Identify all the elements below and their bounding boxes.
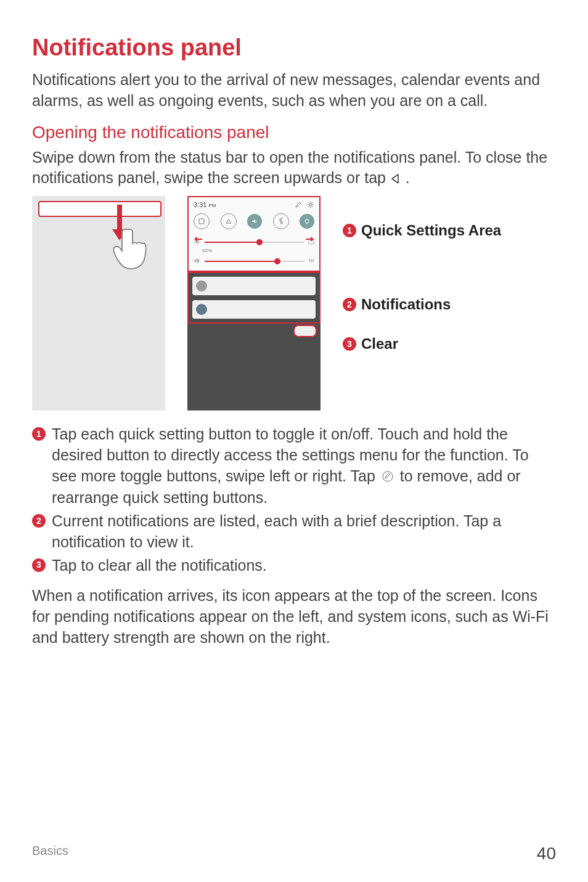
edit-icon <box>295 201 302 208</box>
volume-slider-row <box>194 257 314 266</box>
notification-app-icon <box>196 304 207 315</box>
svg-point-3 <box>305 219 309 223</box>
svg-point-8 <box>312 259 314 260</box>
callout-1-label: Quick Settings Area <box>361 222 501 239</box>
footer-page-number: 40 <box>537 844 556 864</box>
clear-row <box>187 324 321 337</box>
rotate-toggle-icon <box>300 214 314 229</box>
open-instruction: Swipe down from the status bar to open t… <box>32 147 556 190</box>
closing-paragraph: When a notification arrives, its icon ap… <box>32 586 556 648</box>
brightness-label: 62% <box>202 248 314 253</box>
status-bar-highlight <box>38 201 161 217</box>
edit-quick-settings-icon <box>382 468 398 486</box>
list-item: 2 Current notifications are listed, each… <box>32 511 556 553</box>
svg-point-6 <box>309 259 310 261</box>
panel-status-bar: 3:31 PM <box>194 201 314 208</box>
callout-clear: 3 Clear <box>343 335 501 353</box>
footer-section: Basics <box>32 844 68 864</box>
quick-toggles-row <box>194 212 314 231</box>
brightness-slider-row <box>194 238 314 247</box>
badge-1-icon: 1 <box>343 224 356 237</box>
badge-2-icon: 2 <box>343 298 356 311</box>
section-subhead: Opening the notifications panel <box>32 123 556 142</box>
svg-point-1 <box>309 203 312 206</box>
figure-row: 3:31 PM <box>32 196 556 410</box>
notifications-area <box>187 272 321 324</box>
gesture-phone <box>32 196 165 410</box>
hand-pointer-icon <box>112 224 155 276</box>
badge-3-icon: 3 <box>32 558 46 572</box>
callout-2-label: Notifications <box>361 296 451 313</box>
bullet-2-text: Current notifications are listed, each w… <box>52 511 556 553</box>
bullet-3-text: Tap to clear all the notifications. <box>52 555 556 576</box>
clear-all-button <box>293 325 317 337</box>
list-item: 1 Tap each quick setting button to toggl… <box>32 424 556 508</box>
bluetooth-toggle-icon <box>273 213 289 229</box>
volume-icon <box>194 257 201 266</box>
volume-slider <box>205 261 304 262</box>
manual-page: Notifications panel Notifications alert … <box>0 0 588 882</box>
brightness-slider <box>205 242 304 243</box>
svg-rect-2 <box>199 219 204 224</box>
callout-labels: 1 Quick Settings Area 2 Notifications 3 … <box>343 196 501 353</box>
intro-paragraph: Notifications alert you to the arrival o… <box>32 70 556 112</box>
notification-item <box>192 300 316 319</box>
panel-time: 3:31 PM <box>194 201 216 208</box>
page-footer: Basics 40 <box>32 844 556 864</box>
callout-3-label: Clear <box>361 335 398 353</box>
open-text-a: Swipe down from the status bar to open t… <box>32 149 547 187</box>
panel-shell: 3:31 PM <box>187 196 321 410</box>
wifi-toggle-icon <box>221 213 237 229</box>
badge-2-icon: 2 <box>32 514 46 528</box>
badge-1-icon: 1 <box>32 427 46 441</box>
page-title: Notifications panel <box>32 35 556 61</box>
open-text-b: . <box>406 169 410 186</box>
callout-quick-settings: 1 Quick Settings Area <box>343 222 501 239</box>
sim-toggle-icon <box>194 213 210 229</box>
list-item: 3 Tap to clear all the notifications. <box>32 555 556 576</box>
equalizer-icon <box>308 258 314 265</box>
gear-icon <box>307 201 314 208</box>
svg-point-7 <box>311 261 312 262</box>
notification-app-icon <box>196 280 207 292</box>
notification-item <box>192 277 316 295</box>
sound-toggle-icon <box>247 214 262 229</box>
numbered-list: 1 Tap each quick setting button to toggl… <box>32 424 556 576</box>
panel-phone: 3:31 PM <box>187 196 321 410</box>
badge-3-icon: 3 <box>343 337 356 351</box>
callout-notifications: 2 Notifications <box>343 296 501 313</box>
back-icon <box>390 169 401 190</box>
swipe-left-icon <box>192 233 202 244</box>
swipe-right-icon <box>306 233 316 244</box>
bullet-1-text: Tap each quick setting button to toggle … <box>52 424 556 508</box>
quick-settings-area: 3:31 PM <box>187 196 321 272</box>
